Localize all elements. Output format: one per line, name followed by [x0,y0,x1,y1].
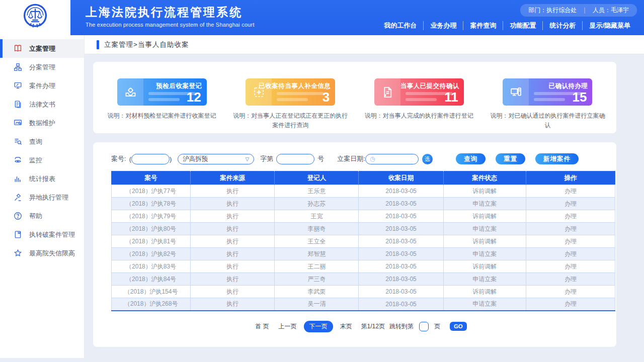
search-button[interactable]: 查询 [456,153,486,164]
breadcrumb-band: 立案管理>当事人自助收案 [85,35,644,54]
cell-date: 2018-03-05 [359,260,443,273]
handle-link[interactable]: 办理 [526,248,615,260]
cell-source: 执行 [191,298,275,311]
cell-date: 2018-03-05 [359,273,443,286]
go-button[interactable]: GO [450,322,467,331]
cell-status: 诉前调解 [443,260,526,273]
col-date: 收案日期 [359,171,443,185]
stat-card-submitted-pending-button[interactable]: 当事人已提交待确认 11 [374,78,464,106]
stat-value: 15 [572,89,587,105]
case-no-year-input[interactable] [131,154,170,164]
cell-date: 2018-03-05 [359,286,443,298]
handle-link[interactable]: 办理 [526,298,615,311]
case-table: 案号 案件来源 登记人 收案日期 案件状态 操作 （2018）沪执77号 执行 … [111,171,615,311]
first-page-link[interactable]: 首 页 [253,321,271,332]
cell-source: 执行 [191,185,275,198]
last-page-link[interactable]: 末页 [338,321,355,332]
reset-button[interactable]: 重置 [496,153,525,164]
sidebar-item-query[interactable]: 查询 [0,132,84,151]
cell-status: 诉前调解 [443,286,526,298]
sidebar-item-case-assignment[interactable]: 分案管理 [0,58,84,76]
table-row: （2018）沪执80号 执行 李丽奇 2018-03-05 申请立案 办理 [112,223,615,235]
sidebar-item-help[interactable]: 帮助 [0,207,84,225]
cell-registrant: 王宽 [275,210,359,223]
sidebar-item-case-filing[interactable]: 立案管理 [0,39,84,58]
stat-card-pre-check-button[interactable]: 预检后收案登记 12 [117,78,207,106]
sidebar-item-label: 异地执行管理 [29,193,68,202]
sidebar: 立案管理 分案管理 案件办理 法律文书 [0,35,85,358]
stat-value: 11 [444,89,458,105]
table-row: （2018）沪执82号 执行 郑智慧 2018-03-05 申请立案 办理 [112,248,615,260]
monitor-edit-icon [13,81,23,90]
top-nav-item[interactable]: 业务办理 [423,21,463,30]
sidebar-item-label: 监控 [29,156,42,165]
top-nav-item[interactable]: 显示/隐藏菜单 [582,21,637,30]
cell-source: 执行 [191,286,275,298]
handle-link[interactable]: 办理 [526,260,615,273]
add-case-button[interactable]: 新增案件 [535,153,579,164]
handle-link[interactable]: 办理 [526,210,615,223]
cell-case-no: （2018）沪执80号 [112,223,191,235]
handle-link[interactable]: 办理 [526,198,615,210]
top-nav-item[interactable]: 统计分析 [542,21,582,30]
handle-link[interactable]: 办理 [526,286,615,298]
sidebar-item-legal-documents[interactable]: 法律文书 [0,95,84,114]
cell-case-no: （2018）沪执84号 [112,273,191,286]
sidebar-item-data-maintenance[interactable]: 数据维护 [0,114,84,132]
jump-prefix-label: 跳转到第 [389,322,414,331]
cell-date: 2018-03-05 [359,298,443,311]
cell-date: 2018-03-05 [359,198,443,210]
handle-link[interactable]: 办理 [526,235,615,248]
date-pick-button[interactable]: 选 [422,154,433,164]
cell-case-no: （2018）沪执82号 [112,248,191,260]
filing-date-label: 立案日期: [337,154,365,163]
app-header: 上海法院执行流程管理系统 The execution process manag… [70,0,644,35]
jump-suffix-label: 页 [434,322,440,331]
cell-source: 执行 [191,235,275,248]
col-status: 案件状态 [443,171,526,185]
app-window: 上海法院执行流程管理系统 The execution process manag… [0,0,644,362]
jump-page-input[interactable] [419,322,429,331]
app-title: 上海法院执行流程管理系统 [86,5,255,20]
computer-icon [509,85,523,99]
cell-case-no: （2018）沪执79号 [112,210,191,223]
filing-date-input[interactable]: ◷ [365,154,419,164]
handle-link[interactable]: 办理 [526,273,615,286]
gavel-icon [13,193,23,202]
stat-card-confirmed-pending-button[interactable]: 已确认待办理 15 [503,78,592,106]
cell-status: 申请立案 [443,198,526,210]
cell-registrant: 王立全 [275,235,359,248]
sidebar-item-bankruptcy-transfer[interactable]: 执转破案件管理 [0,225,84,244]
handle-link[interactable]: 办理 [526,185,615,198]
table-row: （2018）沪执83号 执行 王二丽 2018-03-05 诉前调解 办理 [112,260,615,273]
cell-source: 执行 [191,198,275,210]
cell-registrant: 王乐意 [275,185,359,198]
cell-registrant: 王二丽 [275,260,359,273]
court-code-select[interactable]: 沪高拆预 ▽ [178,154,254,164]
cell-case-no: （2018）沪执268号 [112,298,191,311]
stat-description: 说明：对材料预检登记案件进行收案登记 [104,111,220,121]
next-page-button[interactable]: 下一页 [304,321,333,332]
cell-source: 执行 [191,248,275,260]
table-row: （2018）沪执84号 执行 严三奇 2018-03-05 申请立案 办理 [112,273,615,286]
stat-card-awaiting-completion-button[interactable]: 已收案待当事人补全信息 3 [246,78,335,106]
sidebar-item-monitoring[interactable]: 监控 [0,151,84,169]
stats-panel: 预检后收案登记 12 说明：对材料预检登记案件进行收案登记 已收案待当事人补全信… [93,62,616,133]
sidebar-item-supreme-court-dishonesty[interactable]: 最高院失信限高 [0,244,84,262]
sidebar-item-remote-execution[interactable]: 异地执行管理 [0,188,84,207]
bar-chart-icon [13,174,23,184]
prev-page-link[interactable]: 上一页 [276,321,299,332]
case-no-number-input[interactable] [276,154,314,164]
cell-source: 执行 [191,260,275,273]
sidebar-item-statistics-report[interactable]: 统计报表 [0,169,84,188]
search-list-icon [13,137,23,146]
top-nav-item[interactable]: 功能配置 [503,21,542,30]
handle-link[interactable]: 办理 [526,223,615,235]
cell-status: 申请立案 [443,273,526,286]
filter-row: 案号: ( ) 沪高拆预 ▽ 字第 号 立案日期: ◷ 选 查询 重置 新增 [111,153,608,164]
top-nav-item[interactable]: 案件查询 [463,21,503,30]
sidebar-item-label: 最高院失信限高 [29,249,75,258]
case-no-label: 案号: [111,154,126,163]
sidebar-item-case-handling[interactable]: 案件办理 [0,76,84,95]
top-nav-item[interactable]: 我的工作台 [377,21,423,30]
